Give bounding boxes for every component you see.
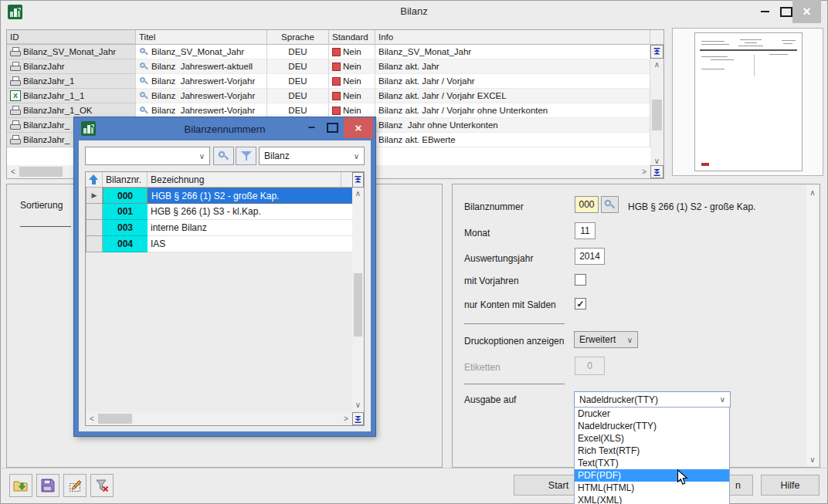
table-vertical-scrollbar[interactable]: ∧ ∨ [650, 45, 663, 167]
clear-format-button[interactable] [63, 474, 87, 497]
scroll-down-arrow[interactable]: ∨ [806, 454, 819, 465]
auswertungsjahr-field[interactable]: 2014 [575, 248, 605, 265]
column-header-sprache[interactable]: Sprache [267, 30, 329, 44]
dialog-maximize-button[interactable] [323, 117, 342, 137]
form-scrollbar[interactable]: ∧ ∨ [806, 185, 819, 466]
dialog-search-button[interactable] [213, 147, 234, 165]
dialog-minimize-button[interactable]: – [302, 117, 321, 137]
scroll-down-arrow[interactable]: ∨ [352, 399, 364, 411]
scroll-left-arrow[interactable]: < [7, 165, 19, 178]
dropdown-option[interactable]: XML(XML) [575, 494, 729, 504]
close-button[interactable]: × [792, 0, 821, 23]
grid-vertical-scrollbar[interactable]: ∧ ∨ [352, 172, 364, 412]
dropdown-option[interactable]: Text(TXT) [575, 457, 729, 469]
dropdown-option[interactable]: Nadeldrucker(TTY) [575, 420, 729, 432]
scroll-to-bottom-button[interactable] [352, 412, 364, 425]
sortierung-label: Sortierung [20, 200, 63, 211]
dialog-close-button[interactable]: × [344, 117, 373, 138]
check-icon: ✓ [576, 299, 584, 310]
filter-icon [241, 151, 252, 161]
column-header-id[interactable]: ID [7, 30, 136, 44]
help-button[interactable]: Hilfe [761, 475, 820, 496]
scroll-right-arrow[interactable]: > [638, 165, 650, 178]
scroll-to-top-button[interactable] [650, 45, 663, 59]
dropdown-option[interactable]: HTML(HTML) [575, 482, 729, 494]
table-row[interactable]: BilanzJahr_1_OK Bilanz Jahreswert-Vorjah… [7, 103, 663, 118]
scroll-right-arrow[interactable]: > [340, 412, 352, 425]
scroll-to-top-button[interactable] [352, 172, 364, 188]
row-info: Bilanz akt. EBwerte [375, 133, 650, 147]
scroll-left-arrow[interactable]: < [86, 412, 98, 425]
chevron-down-icon: ∨ [199, 152, 205, 161]
ausgabe-auf-value: Nadeldrucker(TTY) [579, 394, 658, 405]
scroll-up-arrow[interactable]: ∧ [806, 187, 819, 198]
row-id: BilanzJahr_1_1 [23, 89, 84, 103]
druckoptionen-value: Erweitert [579, 334, 616, 345]
magnifier-icon [139, 47, 149, 57]
ausgabe-dropdown-list: Drucker Nadeldrucker(TTY) Excel(XLS) Ric… [574, 407, 730, 504]
row-standard: Nein [343, 45, 361, 59]
bezeichnung-cell: interne Bilanz [148, 220, 353, 236]
dialog-filter-combobox[interactable]: Bilanz ∨ [259, 147, 365, 165]
sort-up-icon [89, 174, 99, 185]
dropdown-option-highlighted[interactable]: PDF(PDF) [575, 469, 729, 482]
grid-row[interactable]: 004 IAS [86, 236, 353, 252]
row-titel: Bilanz Jahreswert-Vorjahr [151, 103, 255, 117]
table-row[interactable]: BilanzJahr_1 Bilanz Jahreswert-Vorjahr D… [7, 74, 663, 89]
dialog-content: ∨ Bilanz ∨ Bilanznr. Bezeichnung ▶ 000 H… [79, 140, 371, 431]
column-header-info[interactable]: Info [375, 30, 650, 44]
row-id: BilanzJahr_ [23, 118, 70, 132]
mit-vorjahren-label: mit Vorjahren [464, 276, 519, 286]
grid-row[interactable]: 001 HGB § 266 (1) S3 - kl.Kap. [86, 204, 353, 220]
grid-row[interactable]: 003 interne Bilanz [86, 220, 353, 236]
scroll-thumb[interactable] [354, 273, 362, 337]
dropdown-option[interactable]: Rich Text(RTF) [575, 445, 729, 457]
bilanznummer-lookup-button[interactable] [601, 196, 619, 213]
column-header-standard[interactable]: Standard [329, 30, 375, 44]
table-row[interactable]: Bilanz_SV_Monat_Jahr Bilanz_SV_Monat_Jah… [7, 45, 663, 59]
druckoptionen-select[interactable]: Erweitert ∨ [574, 331, 638, 348]
row-handle: ▶ [86, 188, 103, 204]
scroll-thumb[interactable] [19, 167, 63, 177]
chevron-down-icon: ∨ [720, 395, 725, 404]
grid-header: Bilanznr. Bezeichnung [86, 172, 364, 188]
mit-vorjahren-checkbox[interactable] [575, 274, 586, 286]
open-report-button[interactable] [9, 474, 32, 497]
scroll-thumb[interactable] [652, 100, 662, 130]
grid-row-selected[interactable]: ▶ 000 HGB § 266 (1) S2 - große Kap. [86, 188, 353, 204]
grid-horizontal-scrollbar[interactable]: < > [86, 412, 352, 425]
document-preview-page [694, 32, 803, 171]
bilanznr-cell: 003 [103, 220, 148, 236]
save-button[interactable] [36, 474, 59, 497]
dialog-filter-button[interactable] [236, 147, 256, 165]
scroll-up-arrow[interactable]: ∧ [650, 59, 663, 70]
nur-konten-checkbox[interactable]: ✓ [575, 298, 586, 310]
occluded-button-label: n [735, 480, 741, 491]
column-header-titel[interactable]: Titel [136, 30, 267, 44]
row-info: Bilanz akt. Jahr / Vorjahr [375, 74, 650, 89]
standard-flag-icon [332, 92, 341, 100]
bilanznummer-field[interactable]: 000 [575, 196, 599, 213]
scroll-to-bottom-button[interactable] [650, 165, 663, 178]
bilanznummer-label: Bilanznummer [464, 201, 524, 212]
table-row[interactable]: BilanzJahr Bilanz Jahreswert-aktuell DEU… [7, 59, 663, 74]
row-handle [86, 236, 103, 252]
monat-field[interactable]: 11 [575, 222, 596, 239]
dialog-search-combobox[interactable]: ∨ [85, 147, 210, 165]
standard-flag-icon [332, 107, 341, 115]
minimize-button[interactable] [753, 0, 776, 23]
row-info: Bilanz akt. Jahr [375, 59, 650, 74]
grid-header-bilanznr[interactable]: Bilanznr. [103, 172, 148, 187]
remove-filter-button[interactable] [90, 474, 114, 497]
scroll-up-arrow[interactable]: ∧ [352, 188, 364, 199]
table-row[interactable]: BilanzJahr_1_1 Bilanz Jahreswert-Vorjahr… [7, 89, 663, 103]
row-standard: Nein [343, 74, 361, 88]
grid-sort-header[interactable] [86, 172, 103, 187]
printer-icon [10, 76, 21, 86]
ausgabe-auf-combobox[interactable]: Nadeldrucker(TTY) ∨ [574, 391, 731, 408]
dropdown-option[interactable]: Excel(XLS) [575, 432, 729, 445]
grid-header-bezeichnung[interactable]: Bezeichnung [148, 172, 341, 187]
dropdown-option[interactable]: Drucker [575, 408, 729, 420]
printer-icon [10, 135, 21, 144]
scroll-thumb[interactable] [98, 414, 132, 424]
